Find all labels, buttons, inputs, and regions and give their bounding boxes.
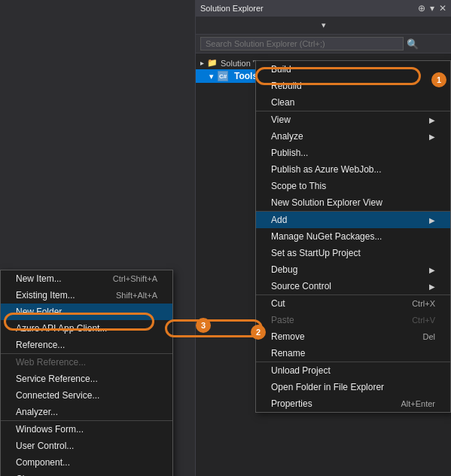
menu-item-properties[interactable]: Properties Alt+Enter [256,395,450,412]
solution-expand-icon: ▸ [200,59,204,67]
menu-label-rebuild: Rebuild [271,81,302,91]
minus-icon[interactable]: ▾ [430,3,434,14]
new-item-shortcut: Ctrl+Shift+A [113,274,157,283]
submenu-item-web-reference[interactable]: Web Reference... [1,354,172,371]
submenu-label-connected-service: Connected Service... [16,390,99,401]
menu-item-open-folder[interactable]: Open Folder in File Explorer [256,379,450,395]
menu-item-build[interactable]: Build [256,61,450,78]
submenu-label-new-item: New Item... [16,273,62,284]
menu-label-open-folder: Open Folder in File Explorer [271,382,384,392]
annotation-2: 2 [251,325,266,340]
add-arrow-icon: ▶ [429,216,435,224]
menu-label-unload: Unload Project [271,365,331,376]
menu-item-analyze[interactable]: Analyze ▶ [256,128,450,145]
submenu-label-analyzer: Analyzer... [16,407,58,417]
search-input[interactable] [200,37,404,50]
menu-item-view[interactable]: View ▶ [256,111,450,128]
menu-label-paste: Paste [271,315,294,325]
properties-shortcut: Alt+Enter [401,399,435,408]
menu-label-new-se-view: New Solution Explorer View [271,197,382,208]
menu-label-publish-azure: Publish as Azure WebJob... [271,164,382,175]
submenu-label-service-reference: Service Reference... [16,374,98,384]
debug-arrow-icon: ▶ [429,266,435,274]
existing-item-shortcut: Shift+Alt+A [116,291,157,300]
menu-item-rebuild[interactable]: Rebuild [256,78,450,94]
submenu-label-azure-api: Azure API App Client... [16,323,107,334]
menu-label-debug: Debug [271,264,297,275]
submenu-item-existing-item[interactable]: Existing Item... Shift+Alt+A [1,287,172,304]
menu-item-publish-azure[interactable]: Publish as Azure WebJob... [256,161,450,178]
menu-item-new-se-view[interactable]: New Solution Explorer View [256,194,450,212]
menu-label-rename: Rename [271,348,305,359]
search-icon[interactable]: 🔍 [407,38,419,50]
solution-explorer-title: Solution Explorer [200,4,264,13]
menu-label-add: Add [271,215,287,225]
main-context-menu: Build Rebuild Clean View ▶ Analyze ▶ Pub… [255,60,451,413]
menu-item-remove[interactable]: Remove Del [256,328,450,345]
close-icon[interactable]: ✕ [439,3,446,14]
submenu-label-component: Component... [16,457,70,468]
submenu-item-new-item[interactable]: New Item... Ctrl+Shift+A [1,270,172,287]
menu-item-rename[interactable]: Rename [256,345,450,362]
se-toolbar: ▾ [196,17,451,35]
menu-item-paste[interactable]: Paste Ctrl+V [256,312,450,328]
submenu-item-windows-form[interactable]: Windows Form... [1,421,172,438]
menu-label-analyze: Analyze [271,131,303,142]
menu-item-source-control[interactable]: Source Control ▶ [256,278,450,295]
menu-item-scope[interactable]: Scope to This [256,178,450,194]
menu-label-view: View [271,114,291,125]
menu-item-debug[interactable]: Debug ▶ [256,261,450,278]
pin-icon[interactable]: ⊕ [418,3,425,14]
submenu-label-reference: Reference... [16,340,65,350]
menu-item-cut[interactable]: Cut Ctrl+X [256,295,450,312]
view-arrow-icon: ▶ [429,116,435,124]
submenu-label-windows-form: Windows Form... [16,424,84,435]
menu-label-remove: Remove [271,331,305,342]
menu-item-startup[interactable]: Set as StartUp Project [256,245,450,261]
submenu-item-component[interactable]: Component... [1,454,172,471]
submenu-item-service-reference[interactable]: Service Reference... [1,371,172,387]
submenu-label-new-folder: New Folder [16,307,62,317]
menu-label-startup: Set as StartUp Project [271,248,361,258]
menu-label-nuget: Manage NuGet Packages... [271,231,382,242]
solution-explorer-titlebar: Solution Explorer ⊕ ▾ ✕ [196,0,451,17]
cut-shortcut: Ctrl+X [412,299,435,308]
titlebar-icons: ⊕ ▾ ✕ [418,3,446,14]
menu-label-scope: Scope to This [271,181,326,191]
submenu-item-analyzer[interactable]: Analyzer... [1,404,172,421]
annotation-3: 3 [196,318,211,333]
submenu-item-connected-service[interactable]: Connected Service... [1,387,172,404]
menu-item-publish[interactable]: Publish... [256,145,450,161]
menu-item-clean[interactable]: Clean [256,94,450,111]
se-search-bar: 🔍 [196,35,451,53]
submenu-item-azure-api[interactable]: Azure API App Client... [1,320,172,337]
menu-item-nuget[interactable]: Manage NuGet Packages... [256,228,450,245]
menu-label-clean: Clean [271,97,294,108]
add-submenu: New Item... Ctrl+Shift+A Existing Item..… [0,270,173,476]
paste-shortcut: Ctrl+V [412,316,435,325]
submenu-item-user-control[interactable]: User Control... [1,438,172,454]
analyze-arrow-icon: ▶ [429,133,435,141]
menu-label-cut: Cut [271,298,285,309]
submenu-item-class[interactable]: Class... [1,471,172,476]
menu-label-properties: Properties [271,398,312,409]
project-icon: C# [218,71,228,81]
submenu-label-user-control: User Control... [16,441,74,451]
submenu-item-reference[interactable]: Reference... [1,337,172,354]
source-control-arrow-icon: ▶ [429,282,435,291]
submenu-label-existing-item: Existing Item... [16,290,75,301]
project-expand-icon: ▾ [209,71,213,81]
toolbar-dropdown-icon[interactable]: ▾ [321,20,326,30]
menu-item-unload[interactable]: Unload Project [256,362,450,379]
annotation-1: 1 [431,72,446,87]
menu-label-publish: Publish... [271,148,308,158]
menu-item-add[interactable]: Add ▶ [256,212,450,228]
menu-label-build: Build [271,64,291,75]
submenu-label-web-reference: Web Reference... [16,357,86,368]
menu-label-source-control: Source Control [271,281,331,291]
submenu-item-new-folder[interactable]: New Folder [1,304,172,320]
remove-shortcut: Del [422,332,435,341]
solution-icon: 📁 [207,58,218,68]
